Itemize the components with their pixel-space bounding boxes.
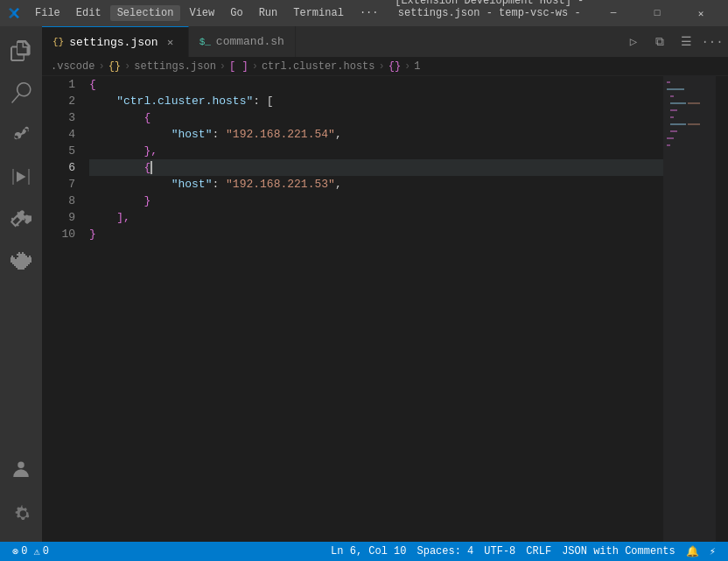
tab-settings-json[interactable]: {} settings.json ✕ xyxy=(42,26,189,57)
menu-terminal[interactable]: Terminal xyxy=(286,5,351,21)
status-remote[interactable]: ⚡ xyxy=(704,542,721,561)
activity-item-extensions[interactable] xyxy=(0,198,42,240)
activity-item-run[interactable] xyxy=(0,156,42,198)
tab-command-sh[interactable]: $_ command.sh xyxy=(189,26,296,57)
code-line-1: { xyxy=(89,76,663,93)
activity-bar xyxy=(0,26,42,542)
warning-count: 0 xyxy=(43,545,49,557)
run-action-button[interactable]: ▷ xyxy=(621,30,646,54)
tab-settings-label: settings.json xyxy=(69,36,158,49)
warning-icon: ⚠ xyxy=(33,545,39,558)
settings-json-icon: {} xyxy=(52,37,64,47)
tab-settings-close[interactable]: ✕ xyxy=(164,35,178,49)
svg-rect-11 xyxy=(667,144,670,146)
tab-command-label: command.sh xyxy=(216,35,284,48)
line-num-5: 5 xyxy=(42,143,75,159)
breadcrumb-brace-icon: {} xyxy=(108,60,121,73)
svg-rect-6 xyxy=(670,116,674,118)
activity-item-remote[interactable] xyxy=(0,240,42,282)
minimap xyxy=(663,76,716,542)
line-num-9: 9 xyxy=(42,209,75,226)
code-line-4: "host": "192.168.221.54", xyxy=(89,126,663,143)
line-num-10: 10 xyxy=(42,226,75,242)
status-spaces[interactable]: Spaces: 4 xyxy=(412,542,480,561)
code-line-2: "ctrl.cluster.hosts": [ xyxy=(89,93,663,109)
minimize-button[interactable]: ─ xyxy=(593,0,634,26)
code-editor[interactable]: { "ctrl.cluster.hosts": [ { "host": "192… xyxy=(86,76,663,542)
menu-view[interactable]: View xyxy=(182,5,221,21)
error-count: 0 xyxy=(21,545,27,557)
status-feedback[interactable]: 🔔 xyxy=(681,542,704,561)
main-layout: {} settings.json ✕ $_ command.sh ▷ ⧉ ☰ ·… xyxy=(0,26,728,542)
line-num-8: 8 xyxy=(42,193,75,209)
code-line-8: } xyxy=(89,193,663,209)
close-button[interactable]: ✕ xyxy=(681,0,721,26)
activity-item-settings[interactable] xyxy=(0,493,42,535)
breadcrumb: .vscode › {} › settings.json › [ ] › ctr… xyxy=(42,57,728,76)
text-cursor xyxy=(150,161,152,174)
svg-rect-2 xyxy=(670,95,674,97)
status-language[interactable]: JSON with Comments xyxy=(556,542,681,561)
breadcrumb-vscode[interactable]: .vscode xyxy=(51,60,94,73)
code-line-3: { xyxy=(89,109,663,126)
line-num-6: 6 xyxy=(42,159,75,176)
editor-area: {} settings.json ✕ $_ command.sh ▷ ⧉ ☰ ·… xyxy=(42,26,728,542)
titlebar: File Edit Selection View Go Run Terminal… xyxy=(0,0,728,26)
activity-item-search[interactable] xyxy=(0,72,42,114)
more-actions-button[interactable]: ··· xyxy=(700,30,724,54)
status-eol[interactable]: CRLF xyxy=(521,542,556,561)
line-numbers: 1 2 3 4 5 6 7 8 9 10 xyxy=(42,76,86,542)
tab-bar: {} settings.json ✕ $_ command.sh ▷ ⧉ ☰ ·… xyxy=(42,26,728,57)
menu-selection[interactable]: Selection xyxy=(110,5,181,21)
line-num-7: 7 xyxy=(42,176,75,193)
status-encoding[interactable]: UTF-8 xyxy=(479,542,521,561)
line-num-3: 3 xyxy=(42,109,75,126)
breadcrumb-index[interactable]: 1 xyxy=(414,60,420,73)
activity-item-source-control[interactable] xyxy=(0,114,42,156)
titlebar-menu: File Edit Selection View Go Run Terminal… xyxy=(28,5,385,21)
svg-rect-7 xyxy=(670,123,686,125)
maximize-button[interactable]: □ xyxy=(637,0,677,26)
status-right: Ln 6, Col 10 Spaces: 4 UTF-8 CRLF JSON w… xyxy=(326,542,721,561)
spaces-label: Spaces: 4 xyxy=(417,545,474,557)
svg-rect-10 xyxy=(667,137,674,139)
feedback-icon: 🔔 xyxy=(686,545,699,558)
editor-content[interactable]: 1 2 3 4 5 6 7 8 9 10 { "ctrl.cluster. xyxy=(42,76,728,542)
code-line-7: "host": "192.168.221.53", xyxy=(89,176,663,193)
menu-go[interactable]: Go xyxy=(223,5,249,21)
error-icon: ⊗ xyxy=(12,545,18,558)
svg-rect-8 xyxy=(688,123,700,125)
ln-col-label: Ln 6, Col 10 xyxy=(331,545,406,557)
menu-file[interactable]: File xyxy=(28,5,67,21)
svg-rect-5 xyxy=(670,109,677,111)
layout-button[interactable]: ☰ xyxy=(674,30,698,54)
line-num-2: 2 xyxy=(42,93,75,109)
titlebar-left: File Edit Selection View Go Run Terminal… xyxy=(7,5,385,21)
eol-label: CRLF xyxy=(526,545,551,557)
line-num-4: 4 xyxy=(42,126,75,143)
svg-rect-0 xyxy=(667,81,670,83)
menu-run[interactable]: Run xyxy=(252,5,285,21)
vscode-logo-icon xyxy=(7,6,21,20)
breadcrumb-settings[interactable]: settings.json xyxy=(134,60,216,73)
breadcrumb-brace2-icon: {} xyxy=(388,60,401,73)
status-ln-col[interactable]: Ln 6, Col 10 xyxy=(326,542,411,561)
command-sh-icon: $_ xyxy=(200,37,211,47)
activity-item-accounts[interactable] xyxy=(0,447,42,489)
menu-more[interactable]: ··· xyxy=(353,5,386,21)
minimap-content xyxy=(665,78,714,186)
breadcrumb-bracket-icon: [ ] xyxy=(229,60,248,73)
menu-edit[interactable]: Edit xyxy=(69,5,108,21)
code-line-5: }, xyxy=(89,143,663,159)
encoding-label: UTF-8 xyxy=(484,545,515,557)
svg-rect-1 xyxy=(667,88,684,90)
language-label: JSON with Comments xyxy=(562,545,676,557)
code-line-6: { xyxy=(89,159,663,176)
activity-item-explorer[interactable] xyxy=(0,30,42,72)
remote-icon: ⚡ xyxy=(710,545,716,558)
split-editor-button[interactable]: ⧉ xyxy=(648,30,672,54)
scrollbar-track[interactable] xyxy=(716,76,728,542)
line-num-1: 1 xyxy=(42,76,75,93)
status-errors[interactable]: ⊗ 0 ⚠ 0 xyxy=(7,542,54,561)
breadcrumb-ctrl-cluster[interactable]: ctrl.cluster.hosts xyxy=(262,60,375,73)
